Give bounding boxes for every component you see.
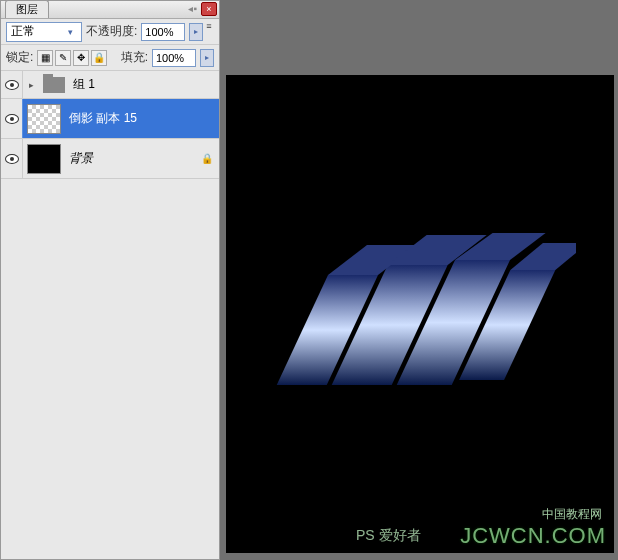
opacity-input[interactable]: 100% [141, 23, 185, 41]
layer-thumbnail[interactable] [27, 144, 61, 174]
layer-thumbnail[interactable] [27, 104, 61, 134]
fill-value: 100% [156, 52, 184, 64]
panel-header: 图层 ◂▪ × [1, 1, 219, 19]
close-button[interactable]: × [201, 2, 217, 16]
opacity-value: 100% [145, 26, 173, 38]
visibility-toggle[interactable] [1, 139, 23, 178]
lock-icon: 🔒 [201, 153, 219, 164]
lock-brush-icon[interactable]: ✎ [55, 50, 71, 66]
eye-icon [5, 114, 19, 124]
visibility-toggle[interactable] [1, 99, 23, 138]
lock-label: 锁定: [6, 49, 33, 66]
layer-name[interactable]: 背景 [65, 150, 201, 167]
watermark-main: JCWCN.COM [460, 523, 606, 549]
chevron-down-icon: ▾ [63, 27, 77, 37]
expand-toggle[interactable]: ▸ [23, 80, 39, 90]
watermark-logo: PS 爱好者 [356, 527, 421, 545]
layer-row-selected[interactable]: 倒影 副本 15 [1, 99, 219, 139]
canvas[interactable]: 中国教程网 JCWCN.COM PS 爱好者 [226, 75, 614, 553]
fill-input[interactable]: 100% [152, 49, 196, 67]
folder-icon [43, 77, 65, 93]
layers-list: ▸ 组 1 倒影 副本 15 背景 🔒 [1, 71, 219, 559]
tab-layers[interactable]: 图层 [5, 0, 49, 18]
opacity-label: 不透明度: [86, 23, 137, 40]
lock-row: 锁定: ▦ ✎ ✥ 🔒 填充: 100% ▸ [1, 45, 219, 71]
fill-label: 填充: [121, 49, 148, 66]
lock-move-icon[interactable]: ✥ [73, 50, 89, 66]
layer-row-group[interactable]: ▸ 组 1 [1, 71, 219, 99]
artwork-3d-text [276, 215, 576, 415]
fill-slider-button[interactable]: ▸ [200, 49, 214, 67]
layers-panel: 图层 ◂▪ × ≡ 正常 ▾ 不透明度: 100% ▸ 锁定: ▦ ✎ ✥ 🔒 … [0, 0, 220, 560]
layer-name[interactable]: 倒影 副本 15 [65, 110, 219, 127]
blend-mode-dropdown[interactable]: 正常 ▾ [6, 22, 82, 42]
layer-name[interactable]: 组 1 [69, 76, 219, 93]
visibility-toggle[interactable] [1, 71, 23, 98]
layer-row-background[interactable]: 背景 🔒 [1, 139, 219, 179]
tab-extra-indicator: ◂▪ [188, 3, 197, 14]
blend-row: 正常 ▾ 不透明度: 100% ▸ [1, 19, 219, 45]
lock-icons-group: ▦ ✎ ✥ 🔒 [37, 50, 107, 66]
lock-transparency-icon[interactable]: ▦ [37, 50, 53, 66]
watermark-sub: 中国教程网 [542, 506, 602, 523]
panel-menu-button[interactable]: ≡ [201, 19, 217, 33]
lock-all-icon[interactable]: 🔒 [91, 50, 107, 66]
blend-mode-value: 正常 [11, 23, 35, 40]
eye-icon [5, 80, 19, 90]
eye-icon [5, 154, 19, 164]
